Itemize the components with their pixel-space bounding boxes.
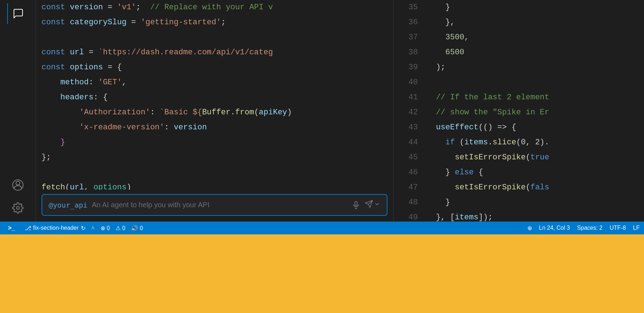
- right-line-38: 38 6500: [394, 45, 644, 60]
- status-bar: >_ ⎇ fix-section-header ↻ ⑃ ⊗ 0 ⚠ 0 🔊 0: [0, 222, 644, 234]
- code-line-11: };: [36, 150, 393, 165]
- split-icon: ⑃: [91, 225, 95, 231]
- line-ending-label[interactable]: LF: [633, 225, 640, 231]
- remote-label: 🔊 0: [131, 225, 143, 232]
- code-area-right: 35 } 36 }, 37 3500, 38 6500: [394, 0, 644, 222]
- right-line-45: 45 setIsErrorSpike(true: [394, 150, 644, 165]
- code-line-1: const version = 'v1'; // Replace with yo…: [36, 0, 393, 15]
- chat-input-placeholder: An AI agent to help you with your API: [92, 201, 347, 209]
- code-line-6: method: 'GET',: [36, 75, 393, 90]
- editor-area: const version = 'v1'; // Replace with yo…: [0, 0, 644, 222]
- right-line-48: 48 }: [394, 195, 644, 210]
- zoom-icon[interactable]: ⊕: [527, 225, 532, 232]
- send-button[interactable]: [365, 200, 373, 210]
- split-icon-item[interactable]: ⑃: [91, 225, 95, 231]
- terminal-icon[interactable]: >_: [4, 224, 19, 233]
- remote-item[interactable]: 🔊 0: [131, 225, 143, 232]
- status-items: ⑃ ⊗ 0 ⚠ 0 🔊 0: [91, 225, 143, 232]
- editor-right: 35 } 36 }, 37 3500, 38 6500: [394, 0, 644, 222]
- warnings-label: ⚠ 0: [116, 225, 125, 232]
- mention-tag: @your_api: [49, 201, 87, 209]
- vscode-window: const version = 'v1'; // Replace with yo…: [0, 0, 644, 234]
- activity-bar: [0, 0, 36, 222]
- code-line-8: 'Authorization': `Basic ${Buffer.from(ap…: [36, 105, 393, 120]
- yellow-background: [0, 234, 644, 313]
- activity-icons-bottom: [7, 174, 29, 222]
- status-bar-right: ⊕ Ln 24, Col 3 Spaces: 2 UTF-8 LF: [527, 225, 640, 232]
- microphone-icon[interactable]: [352, 201, 360, 209]
- code-lines-left: const version = 'v1'; // Replace with yo…: [36, 0, 393, 190]
- code-line-13: fetch(url, options): [36, 180, 393, 190]
- code-line-9: 'x-readme-version': version: [36, 120, 393, 135]
- right-line-35: 35 }: [394, 0, 644, 15]
- svg-point-2: [16, 207, 19, 209]
- send-button-group: [365, 200, 380, 210]
- right-line-44: 44 if (items.slice(0, 2).: [394, 135, 644, 150]
- errors-label: ⊗ 0: [101, 225, 110, 232]
- code-line-3: [36, 30, 393, 45]
- right-line-37: 37 3500,: [394, 30, 644, 45]
- encoding-label[interactable]: UTF-8: [610, 225, 626, 231]
- code-area-left: const version = 'v1'; // Replace with yo…: [36, 0, 393, 190]
- right-line-42: 42 // show the "Spike in Er: [394, 105, 644, 120]
- right-line-40: 40: [394, 75, 644, 90]
- code-line-2: const categorySlug = 'getting-started';: [36, 15, 393, 30]
- account-icon-activity[interactable]: [7, 174, 29, 196]
- spaces-label[interactable]: Spaces: 2: [577, 225, 602, 231]
- chat-input-box[interactable]: @your_api An AI agent to help you with y…: [42, 194, 387, 216]
- chat-icon-activity[interactable]: [7, 3, 29, 24]
- chat-input-area: @your_api An AI agent to help you with y…: [36, 190, 393, 222]
- right-line-41: 41 // If the last 2 element: [394, 90, 644, 105]
- right-line-43: 43 useEffect(() => {: [394, 120, 644, 135]
- right-line-49: 49 }, [items]);: [394, 210, 644, 222]
- settings-icon-activity[interactable]: [7, 197, 29, 219]
- code-line-5: const options = {: [36, 60, 393, 75]
- sync-icon: ↻: [81, 225, 86, 232]
- branch-icon: ⎇: [25, 225, 31, 232]
- send-dropdown-arrow[interactable]: [374, 201, 380, 209]
- warnings-item[interactable]: ⚠ 0: [116, 225, 125, 232]
- cursor-position[interactable]: Ln 24, Col 3: [539, 225, 570, 231]
- svg-point-0: [16, 181, 20, 185]
- editor-left: const version = 'v1'; // Replace with yo…: [36, 0, 394, 222]
- branch-name: fix-section-header: [33, 225, 79, 231]
- svg-rect-3: [355, 202, 357, 206]
- right-line-46: 46 } else {: [394, 165, 644, 180]
- code-line-10: }: [36, 135, 393, 150]
- code-line-7: headers: {: [36, 90, 393, 105]
- right-line-39: 39 );: [394, 60, 644, 75]
- right-code-lines: 35 } 36 }, 37 3500, 38 6500: [394, 0, 644, 222]
- errors-item[interactable]: ⊗ 0: [101, 225, 110, 232]
- code-line-12: [36, 165, 393, 180]
- code-line-4: const url = `https://dash.readme.com/api…: [36, 45, 393, 60]
- status-bar-left: >_ ⎇ fix-section-header ↻ ⑃ ⊗ 0 ⚠ 0 🔊 0: [4, 224, 143, 233]
- right-line-47: 47 setIsErrorSpike(fals: [394, 180, 644, 195]
- git-branch[interactable]: ⎇ fix-section-header ↻: [25, 225, 86, 232]
- right-line-36: 36 },: [394, 15, 644, 30]
